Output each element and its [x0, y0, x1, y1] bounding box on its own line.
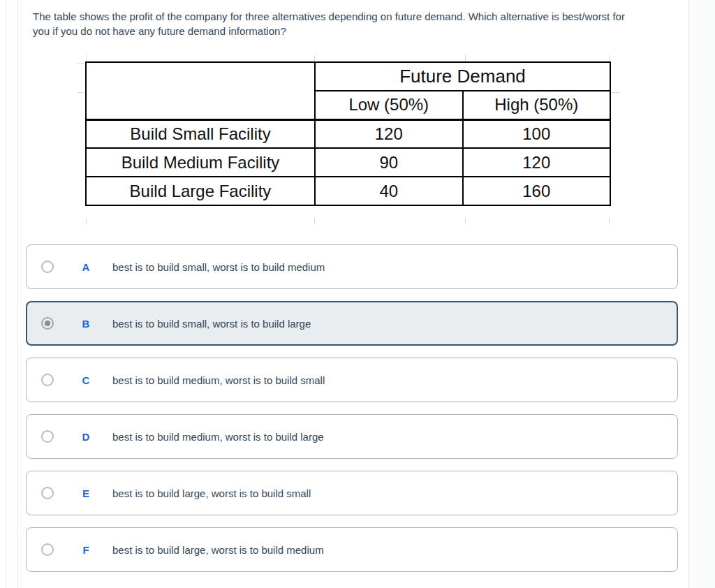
- table-cell-value: 40: [315, 177, 463, 205]
- table-row-label: Build Large Facility: [86, 177, 315, 205]
- table-row: Build Medium Facility 90 120: [86, 148, 610, 177]
- option-f[interactable]: F best is to build large, worst is to bu…: [26, 527, 678, 572]
- gridline-artifact: [86, 55, 87, 61]
- table-row: Build Large Facility 40 160: [86, 177, 610, 205]
- option-letter: A: [79, 261, 93, 273]
- table-row: Future Demand: [86, 62, 610, 91]
- radio-dot: [45, 321, 50, 326]
- option-letter: C: [79, 374, 93, 386]
- left-divider-outer: [6, 0, 6, 588]
- gridline-artifact: [609, 218, 610, 224]
- table-row-label: Build Medium Facility: [86, 148, 315, 177]
- gridline-artifact: [314, 55, 315, 61]
- option-letter: D: [79, 431, 93, 443]
- table-cell-value: 160: [463, 177, 611, 205]
- radio-button[interactable]: [41, 543, 54, 556]
- table-row: Build Small Facility 120 100: [86, 119, 610, 148]
- table-row-label: Build Small Facility: [86, 119, 315, 148]
- option-text: best is to build medium, worst is to bui…: [112, 431, 324, 443]
- option-a[interactable]: A best is to build small, worst is to bu…: [26, 244, 678, 289]
- table-col-header-high: High (50%): [463, 91, 611, 119]
- table-cell-value: 90: [315, 148, 463, 177]
- gridline-artifact: [612, 92, 619, 93]
- right-scroll-gutter: [688, 0, 715, 588]
- gridline-artifact: [609, 55, 610, 61]
- gridline-artifact: [86, 218, 87, 224]
- option-letter: E: [79, 487, 93, 499]
- gridline-artifact: [465, 218, 466, 224]
- table-corner-cell: [86, 62, 315, 119]
- gridline-artifact: [78, 63, 84, 64]
- option-c[interactable]: C best is to build medium, worst is to b…: [26, 358, 678, 402]
- option-d[interactable]: D best is to build medium, worst is to b…: [26, 414, 678, 459]
- table-cell-value: 100: [463, 119, 611, 148]
- option-e[interactable]: E best is to build large, worst is to bu…: [26, 471, 678, 515]
- option-letter: B: [79, 318, 93, 330]
- option-text: best is to build medium, worst is to bui…: [112, 374, 325, 386]
- option-text: best is to build large, worst is to buil…: [112, 544, 324, 556]
- table-col-header-low: Low (50%): [315, 91, 463, 119]
- option-letter: F: [79, 544, 93, 556]
- radio-button[interactable]: [41, 430, 54, 443]
- option-b[interactable]: B best is to build small, worst is to bu…: [26, 301, 678, 346]
- option-text: best is to build small, worst is to buil…: [112, 261, 325, 273]
- radio-button[interactable]: [41, 317, 54, 330]
- profit-table: Future Demand Low (50%) High (50%) Build…: [85, 61, 611, 206]
- table-cell-value: 120: [315, 119, 463, 148]
- question-text: The table shows the profit of the compan…: [33, 9, 668, 38]
- gridline-artifact: [465, 55, 466, 61]
- table-merged-header: Future Demand: [315, 62, 610, 91]
- gridline-artifact: [78, 92, 84, 93]
- radio-button[interactable]: [41, 374, 54, 386]
- option-text: best is to build large, worst is to buil…: [112, 487, 311, 499]
- option-text: best is to build small, worst is to buil…: [112, 318, 311, 330]
- radio-button[interactable]: [41, 487, 54, 499]
- radio-button[interactable]: [41, 260, 54, 273]
- left-divider-inner: [17, 0, 18, 588]
- table-cell-value: 120: [463, 148, 611, 177]
- gridline-artifact: [314, 218, 315, 224]
